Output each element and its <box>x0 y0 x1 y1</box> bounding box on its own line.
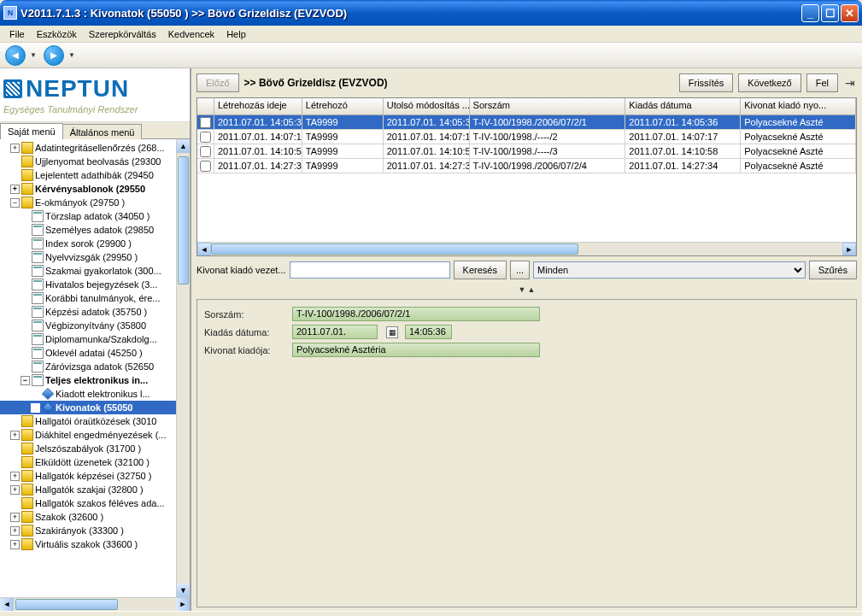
tree-node[interactable]: Korábbi tanulmányok, ére... <box>0 291 190 305</box>
tree-node[interactable]: Törzslap adatok (34050 ) <box>0 209 190 223</box>
search-button[interactable]: Keresés <box>454 261 507 279</box>
tree-node[interactable]: Elküldött üzenetek (32100 ) <box>0 455 190 469</box>
tab-sajat-menu[interactable]: Saját menü <box>0 123 63 139</box>
maximize-button[interactable]: ☐ <box>821 4 839 22</box>
tree-node[interactable]: Kiadott elektronikus l... <box>0 387 190 401</box>
tree-node[interactable]: Képzési adatok (35750 ) <box>0 305 190 319</box>
tree-node[interactable]: +Hallgatók képzései (32750 ) <box>0 469 190 483</box>
tree-node[interactable]: Diplomamunka/Szakdolg... <box>0 332 190 346</box>
grid-col-modified[interactable]: Utolsó módosítás ... <box>384 98 470 114</box>
tree-node[interactable]: +Hallgatók szakjai (32800 ) <box>0 483 190 496</box>
tree-scrollbar-vertical[interactable]: ▲ ▼ <box>176 139 190 597</box>
tree-node[interactable]: Személyes adatok (29850 <box>0 223 190 237</box>
tree-node[interactable]: Lejelentett adathibák (29450 <box>0 168 190 182</box>
tree-node[interactable]: Oklevél adatai (45250 ) <box>0 346 190 360</box>
tree-node[interactable]: Index sorok (29900 ) <box>0 237 190 250</box>
grid-scrollbar-horizontal[interactable]: ◄ ► <box>197 242 856 255</box>
tree-node[interactable]: Hallgatói óraütközések (3010 <box>0 414 190 428</box>
scroll-right-icon[interactable]: ► <box>176 598 190 611</box>
scroll-thumb[interactable] <box>178 156 189 285</box>
date-picker-icon[interactable]: ▦ <box>386 326 398 338</box>
nav-forward-dropdown-icon[interactable]: ▼ <box>68 51 75 59</box>
tab-altalanos-menu[interactable]: Általános menü <box>62 124 143 140</box>
grid-col-creator[interactable]: Létrehozó <box>302 98 384 114</box>
menu-file[interactable]: File <box>3 27 31 41</box>
row-checkbox[interactable] <box>200 132 211 143</box>
szures-button[interactable]: Szűrés <box>809 261 857 279</box>
tree-expander-icon[interactable]: − <box>10 198 20 208</box>
tree-node[interactable]: Szakmai gyakorlatok (300... <box>0 264 190 278</box>
nav-back-button[interactable]: ◄ <box>5 45 26 66</box>
filter-text-input[interactable] <box>290 261 450 279</box>
panel-splitter[interactable]: ▼ ▲ <box>196 284 857 296</box>
tree-node[interactable]: Hallgatók szakos féléves ada... <box>0 496 190 510</box>
tree-node[interactable]: Jelszószabályok (31700 ) <box>0 442 190 455</box>
minimize-button[interactable]: _ <box>801 4 819 22</box>
menu-roleswitch[interactable]: Szerepkörváltás <box>83 27 162 41</box>
scroll-down-icon[interactable]: ▼ <box>177 584 190 597</box>
tree-node[interactable]: Végbizonyítvány (35800 <box>0 319 190 332</box>
grid-col-sorszam[interactable]: Sorszám <box>470 98 626 114</box>
tree-scrollbar-horizontal[interactable]: ◄ ► <box>0 597 190 611</box>
tree-node[interactable]: Kivonatok (55050 <box>0 401 190 414</box>
scroll-left-icon[interactable]: ◄ <box>0 598 14 611</box>
next-button[interactable]: Következő <box>738 73 800 92</box>
grid-col-kiado[interactable]: Kivonat kiadó nyo... <box>741 98 856 114</box>
tree-node[interactable]: −E-okmányok (29750 ) <box>0 196 190 209</box>
tree-node[interactable]: −Teljes elektronikus in... <box>0 373 190 387</box>
nav-back-dropdown-icon[interactable]: ▼ <box>30 51 37 59</box>
tree-node[interactable]: +Szakirányok (33300 ) <box>0 524 190 537</box>
menu-favorites[interactable]: Kedvencek <box>162 27 220 41</box>
close-button[interactable]: ✕ <box>841 4 859 22</box>
document-icon <box>32 374 44 386</box>
refresh-button[interactable]: Frissítés <box>679 73 734 92</box>
table-cell: TA9999 <box>302 144 384 158</box>
tree-node[interactable]: Nyelvvizsgák (29950 ) <box>0 250 190 264</box>
row-checkbox[interactable] <box>200 161 211 172</box>
tree-node[interactable]: +Virtuális szakok (33600 ) <box>0 537 190 551</box>
grid: Létrehozás ideje Létrehozó Utolsó módosí… <box>196 97 857 256</box>
grid-scroll-thumb[interactable] <box>211 243 578 255</box>
menu-help[interactable]: Help <box>220 27 252 41</box>
pin-icon[interactable]: ⇥ <box>843 76 857 90</box>
filter-more-button[interactable]: ... <box>510 261 530 279</box>
folder-icon <box>21 443 33 455</box>
row-checkbox[interactable] <box>200 117 211 128</box>
tree-expander-icon[interactable]: − <box>21 376 30 385</box>
tree-expander-icon[interactable]: + <box>10 472 20 481</box>
tree-expander-icon[interactable]: + <box>10 526 20 536</box>
grid-col-checkbox[interactable] <box>197 98 214 114</box>
up-button[interactable]: Fel <box>806 73 838 92</box>
grid-scroll-right-icon[interactable]: ► <box>842 243 856 255</box>
tree-node[interactable]: Hivatalos bejegyzések (3... <box>0 278 190 291</box>
tree-expander-icon[interactable]: + <box>10 513 20 522</box>
tree-expander-icon <box>21 226 30 235</box>
grid-col-kiadas[interactable]: Kiadás dátuma <box>625 98 741 114</box>
table-row[interactable]: 2011.07.01. 14:27:3TA99992011.07.01. 14:… <box>197 159 856 173</box>
menu-tools[interactable]: Eszközök <box>31 27 83 41</box>
table-row[interactable]: 2011.07.01. 14:05:3TA99992011.07.01. 14:… <box>197 115 856 130</box>
scroll-up-icon[interactable]: ▲ <box>177 139 190 153</box>
table-row[interactable]: 2011.07.01. 14:07:1TA99992011.07.01. 14:… <box>197 130 856 144</box>
scroll-thumb-h[interactable] <box>15 599 118 610</box>
tree-node-label: Index sorok (29900 ) <box>45 238 132 249</box>
tree-node[interactable]: +Diákhitel engedményezések (... <box>0 428 190 442</box>
tree-expander-icon[interactable]: + <box>10 144 20 153</box>
tree-node-label: Hallgatók képzései (32750 ) <box>35 471 151 481</box>
tree-expander-icon[interactable]: + <box>10 431 20 440</box>
tree-node[interactable]: Záróvizsga adatok (52650 <box>0 360 190 373</box>
tree-node[interactable]: Ujjlenyomat beolvasás (29300 <box>0 155 190 168</box>
filter-select[interactable]: Minden <box>533 261 806 279</box>
row-checkbox[interactable] <box>200 146 211 157</box>
tree-node[interactable]: +Kérvénysablonok (29550 <box>0 182 190 196</box>
tree-expander-icon[interactable]: + <box>10 185 20 194</box>
tree-expander-icon[interactable]: + <box>10 540 20 549</box>
prev-button[interactable]: Előző <box>196 73 239 92</box>
tree-node[interactable]: +Adatintegritásellenőrzés (268... <box>0 141 190 155</box>
nav-forward-button[interactable]: ► <box>44 45 64 66</box>
tree-node[interactable]: +Szakok (32600 ) <box>0 510 190 524</box>
tree-expander-icon[interactable]: + <box>10 485 20 495</box>
grid-scroll-left-icon[interactable]: ◄ <box>197 243 211 255</box>
grid-col-created[interactable]: Létrehozás ideje <box>214 98 302 114</box>
table-row[interactable]: 2011.07.01. 14:10:5TA99992011.07.01. 14:… <box>197 144 856 159</box>
